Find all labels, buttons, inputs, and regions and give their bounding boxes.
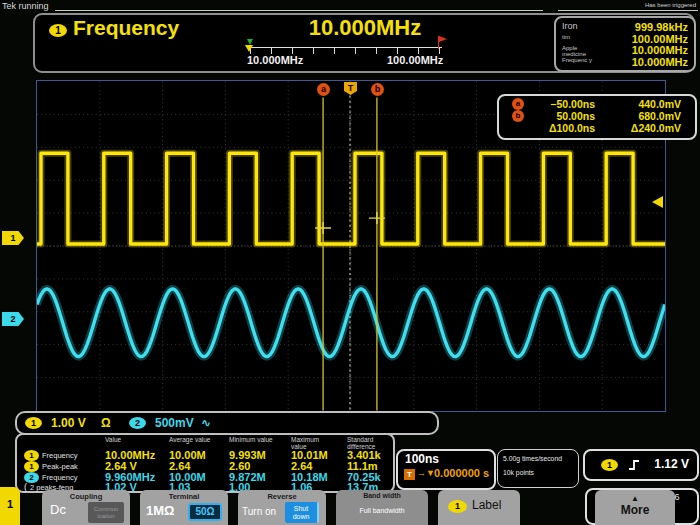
trigger-box: 1 1.12 V: [583, 449, 699, 481]
table-row: 1 Frequency 10.00MHz 10.00M 9.993M 10.01…: [17, 450, 393, 461]
status-divider: [55, 10, 543, 11]
record-length: 10k points: [503, 469, 534, 476]
cursor-a-volt: 440.0mV: [609, 98, 681, 110]
panel-label[interactable]: 1 Label: [438, 490, 520, 525]
cursor-readout-box: a −50.00ns 440.0mV b 50.00ns 680.0mV Δ10…: [497, 94, 697, 140]
panel-title: Reverse: [238, 492, 326, 501]
reverse-turn-on-button[interactable]: Turn on: [242, 506, 276, 517]
scale-red-flag-icon: [439, 36, 447, 42]
cursor-b-row: b 50.00ns 680.0mV: [499, 110, 695, 122]
ch2-scale[interactable]: 500mV: [155, 416, 194, 430]
frequency-readouts-box: Iron 999.98kHz tim 100.00MHz Apple medic…: [554, 16, 696, 72]
row-prefix: (: [24, 482, 27, 492]
more-arrow-icon: ▲: [595, 494, 675, 503]
cursor-b-badge: b: [512, 110, 524, 122]
rising-edge-icon: [627, 458, 641, 472]
panel-reverse: Reverse Turn on Shut down: [238, 490, 326, 525]
col-header: Average value: [169, 437, 213, 444]
row-label: Frequency: [42, 473, 77, 482]
cursor-b-marker[interactable]: b: [371, 83, 384, 96]
panel-title: Terminal: [140, 492, 228, 501]
ch1-ground-marker[interactable]: 1: [2, 231, 24, 245]
col-header: Minimum value: [229, 437, 273, 444]
trigger-level-arrow-icon[interactable]: [652, 196, 663, 208]
oscilloscope-screen: Tek running Has been triggered 1 Frequen…: [0, 0, 700, 525]
trigger-t-badge: T: [404, 469, 415, 480]
more-button[interactable]: More: [595, 503, 675, 517]
row-channel-badge: 1: [24, 450, 39, 461]
ch1-square-waveform: [37, 153, 665, 244]
panel-more[interactable]: ▲ More: [595, 490, 675, 525]
readout-label: tim: [562, 34, 598, 40]
cursor-b-time: 50.00ns: [529, 110, 595, 122]
col-header: Value: [105, 437, 149, 444]
coupling-dc-button[interactable]: Dc: [50, 502, 66, 517]
panel-title: Coupling: [42, 492, 130, 501]
ch2-sine-icon: ∿: [201, 416, 211, 430]
cursor-a-row: a −50.00ns 440.0mV: [499, 98, 695, 110]
frequency-header-box: 1 Frequency 10.000MHz 10.000MHz 100.00MH…: [33, 13, 695, 73]
page-title: Frequency: [73, 16, 179, 40]
readout-value: 10.000MHz: [632, 44, 688, 56]
row-label: Frequency: [42, 451, 77, 460]
acquisition-box: 5.00g times/second 10k points: [497, 449, 579, 488]
cursor-a-time: −50.00ns: [529, 98, 595, 110]
trigger-position-value: 0.000000 s: [434, 467, 489, 479]
panel-bandwidth: Band width Full bandwidth: [336, 490, 428, 525]
cursor-delta-volt: Δ240.0mV: [609, 122, 681, 134]
row-label: Peak-peak: [42, 462, 78, 471]
timebase-box: 100ns T →▼ 0.000000 s: [396, 449, 496, 490]
cursor-b-volt: 680.0mV: [609, 110, 681, 122]
panel-terminal: Terminal 1MΩ 50Ω: [140, 490, 228, 525]
row-channel-badge: 1: [24, 461, 39, 472]
terminal-50ohm-button[interactable]: 50Ω: [188, 503, 222, 521]
menu-channel-tab[interactable]: 1: [0, 487, 20, 525]
readout-value: 10.000MHz: [632, 56, 688, 68]
trigger-status: Has been triggered: [645, 2, 696, 8]
cursor-a-badge: a: [512, 98, 524, 110]
trigger-source-badge: 1: [601, 459, 618, 471]
panel-title: Band width: [336, 492, 428, 499]
ch2-badge[interactable]: 2: [129, 417, 146, 429]
readout-label: Frequenc y: [562, 57, 598, 63]
label-channel-badge: 1: [448, 500, 467, 513]
ch1-scale[interactable]: 1.00 V: [51, 416, 86, 430]
readout-row: Frequenc y 10.000MHz: [562, 56, 688, 69]
timebase-scale: 100ns: [405, 452, 439, 466]
run-status: Tek running: [2, 1, 49, 11]
scale-position-arrow-icon[interactable]: [245, 45, 253, 52]
ch2-waveform-glow: [37, 289, 665, 357]
readout-label: Iron: [562, 22, 598, 31]
sample-rate: 5.00g times/second: [503, 455, 562, 462]
ch1-badge[interactable]: 1: [25, 417, 42, 429]
channel-settings-bar: 1 1.00 V Ω 2 500mV ∿: [15, 411, 439, 435]
reverse-shut-down-button[interactable]: Shut down: [285, 502, 319, 523]
trigger-arrows-icon: →▼: [417, 468, 435, 478]
ch2-ground-marker[interactable]: 2: [2, 312, 24, 326]
measurement-table: Value Average value Minimum value Maximu…: [15, 433, 395, 493]
scale-left-label: 10.000MHz: [247, 54, 303, 66]
panel-coupling: Coupling Dc Commun ication: [42, 490, 130, 525]
scale-right-label: 100.00MHz: [387, 54, 443, 66]
trigger-level-value: 1.12 V: [654, 457, 689, 471]
label-button[interactable]: Label: [472, 498, 501, 512]
cursor-a-marker[interactable]: a: [317, 83, 330, 96]
terminal-1mohm-button[interactable]: 1MΩ: [146, 503, 174, 518]
channel-1-badge[interactable]: 1: [49, 24, 67, 37]
status-divider-right: [558, 10, 698, 11]
frequency-scale-ruler: [250, 47, 442, 54]
cursor-delta-row: Δ100.0ns Δ240.0mV: [499, 122, 695, 134]
ch1-coupling-icon: Ω: [101, 416, 111, 430]
readout-value: 999.98kHz: [635, 21, 688, 33]
coupling-communication-button[interactable]: Commun ication: [88, 502, 124, 523]
cursor-delta-time: Δ100.0ns: [529, 122, 595, 134]
bandwidth-full-button[interactable]: Full bandwidth: [336, 507, 428, 514]
